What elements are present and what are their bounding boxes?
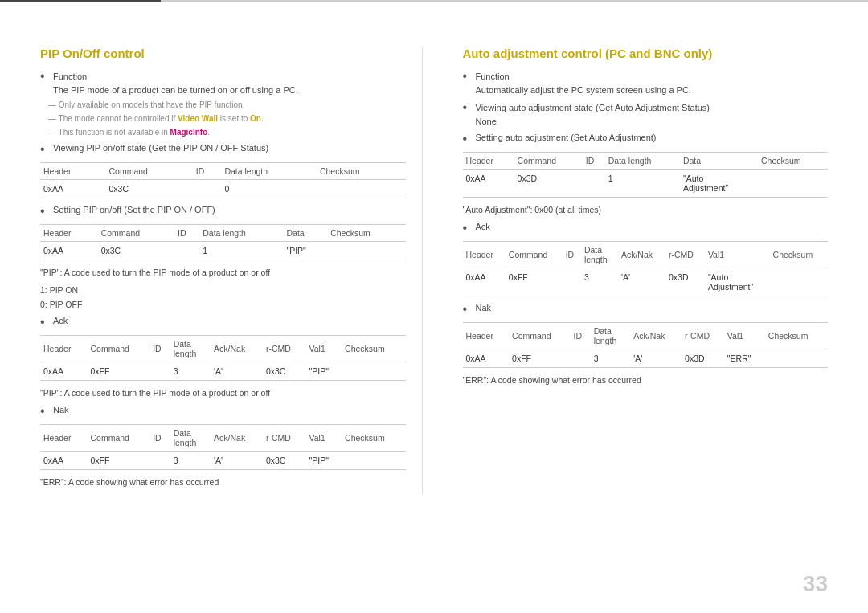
th-header: Header (463, 153, 514, 170)
th-datalength: Data length (605, 153, 680, 170)
td-acknak: 'A' (211, 362, 263, 381)
th-checksum: Checksum (758, 153, 828, 170)
bullet-dot: • (40, 70, 50, 83)
th-datalength: Datalength (591, 322, 631, 349)
note-3: This function is not available in MagicI… (48, 127, 406, 138)
th-command: Command (514, 153, 583, 170)
th-id: ID (149, 425, 170, 452)
th-header: Header (463, 241, 506, 268)
td-datalength: 1 (605, 170, 680, 198)
ack-bullet: • Ack (40, 316, 406, 329)
td-command: 0x3D (514, 170, 583, 198)
th-val1: Val1 (724, 322, 765, 349)
th-rcmd: r-CMD (665, 241, 705, 268)
page: PIP On/Off control • Function The PIP mo… (0, 0, 868, 613)
td-rcmd: 0x3C (263, 452, 306, 470)
td-acknak: 'A' (211, 452, 263, 470)
function-bullet-right: • Function Automatically adjust the PC s… (463, 70, 829, 96)
th-datalength: Datalength (170, 336, 211, 362)
table-row: 0xAA 0xFF 3 'A' 0x3C "PIP" (40, 362, 406, 381)
setting-bullet-right: • Setting auto adjustment (Set Auto Adju… (463, 133, 829, 145)
td-header: 0xAA (463, 268, 506, 296)
th-datalength: Data length (199, 225, 283, 242)
th-command: Command (506, 241, 563, 268)
th-checksum: Checksum (770, 241, 828, 268)
td-id (149, 452, 170, 470)
th-datalength: Datalength (581, 241, 618, 268)
td-id (583, 170, 605, 198)
th-checksum: Checksum (317, 163, 406, 180)
auto-adj-note: "Auto Adjustment": 0x00 (at all times) (463, 204, 829, 217)
th-val1: Val1 (306, 425, 342, 452)
bullet-dot-r3: • (463, 133, 473, 145)
th-checksum: Checksum (342, 425, 405, 452)
th-command: Command (87, 425, 149, 452)
setting-label-right: Setting auto adjustment (Set Auto Adjust… (476, 133, 657, 142)
td-header: 0xAA (463, 349, 510, 367)
ack-pip-desc: "PIP": A code used to turn the PIP mode … (40, 387, 406, 400)
th-id: ID (174, 225, 199, 242)
nak-label-right: Nak (476, 303, 492, 313)
td-rcmd: 0x3D (665, 268, 705, 296)
table-row: 0xAA 0xFF 3 'A' 0x3C "PIP" (40, 452, 406, 470)
bullet-dot-r2: • (463, 101, 473, 114)
right-nak-table: Header Command ID Datalength Ack/Nak r-C… (463, 322, 829, 368)
th-header: Header (40, 163, 106, 180)
th-rcmd: r-CMD (263, 425, 306, 452)
th-id: ID (563, 241, 581, 268)
th-acknak: Ack/Nak (211, 425, 263, 452)
pip-on: 1: PIP ON (40, 284, 406, 297)
th-rcmd: r-CMD (682, 322, 724, 349)
th-checksum: Checksum (765, 322, 828, 349)
td-val1: "ERR" (724, 349, 765, 367)
td-checksum (758, 170, 828, 198)
left-column: PIP On/Off control • Function The PIP mo… (40, 47, 423, 494)
bullet-dot-r5: • (463, 303, 473, 316)
err-desc-left: "ERR": A code showing what error has occ… (40, 476, 406, 489)
th-datalength: Datalength (170, 425, 211, 452)
th-acknak: Ack/Nak (618, 241, 665, 268)
right-ack-table: Header Command ID Datalength Ack/Nak r-C… (463, 241, 829, 296)
right-table1-section: Header Command ID Data length Data Check… (463, 152, 829, 198)
th-datalength: Data length (221, 163, 317, 180)
nak-table: Header Command ID Datalength Ack/Nak r-C… (40, 424, 406, 470)
th-command: Command (87, 336, 149, 362)
err-desc-right: "ERR": A code showing what error has occ… (463, 374, 829, 387)
td-rcmd: 0x3C (263, 362, 306, 381)
table1-section: Header Command ID Data length Checksum 0… (40, 162, 406, 198)
td-checksum (327, 242, 405, 260)
td-rcmd: 0x3D (682, 349, 724, 367)
th-header: Header (463, 322, 510, 349)
function-bullet: • Function The PIP mode of a product can… (40, 70, 406, 96)
td-data: "AutoAdjustment" (680, 170, 758, 198)
right-section-title: Auto adjustment control (PC and BNC only… (463, 47, 829, 60)
td-command: 0xFF (87, 452, 149, 470)
td-datalength: 3 (591, 349, 631, 367)
td-checksum (317, 180, 406, 198)
td-command: 0xFF (506, 268, 563, 296)
th-header: Header (40, 425, 87, 452)
td-acknak: 'A' (618, 268, 665, 296)
th-header: Header (40, 336, 87, 362)
function-desc-right: Automatically adjust the PC system scree… (476, 84, 691, 97)
viewing-table: Header Command ID Data length Checksum 0… (40, 162, 406, 198)
setting-bullet: • Setting PIP on/off (Set the PIP ON / O… (40, 205, 406, 218)
function-desc: The PIP mode of a product can be turned … (53, 84, 298, 97)
note-1: Only available on models that have the P… (48, 100, 406, 111)
td-datalength: 0 (221, 180, 317, 198)
right-ack-table-section: Header Command ID Datalength Ack/Nak r-C… (463, 241, 829, 296)
page-number: 33 (803, 571, 828, 597)
th-id: ID (571, 322, 591, 349)
function-label-right: Function (476, 70, 691, 84)
td-header: 0xAA (40, 242, 98, 260)
td-header: 0xAA (463, 170, 514, 198)
nak-bullet: • Nak (40, 405, 406, 418)
ack-label: Ack (53, 316, 68, 325)
nak-table-section: Header Command ID Datalength Ack/Nak r-C… (40, 424, 406, 470)
ack-table-section: Header Command ID Datalength Ack/Nak r-C… (40, 335, 406, 381)
viewing-bullet-right: • Viewing auto adjustment state (Get Aut… (463, 101, 829, 128)
td-id (149, 362, 170, 381)
bullet-dot-2: • (40, 143, 50, 156)
setting-label: Setting PIP on/off (Set the PIP ON / OFF… (53, 205, 215, 215)
pip-desc1: "PIP": A code used to turn the PIP mode … (40, 267, 406, 280)
